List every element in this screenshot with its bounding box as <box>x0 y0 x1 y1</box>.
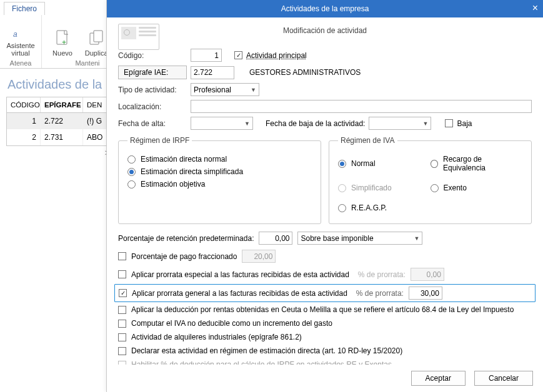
thumbnail-icon <box>118 24 159 50</box>
retencion-label: Porcentaje de retención predeterminada: <box>118 234 254 243</box>
epigrafe-iae-button[interactable]: Epígrafe IAE: <box>118 66 187 79</box>
svg-rect-4 <box>94 31 102 42</box>
dialog-subtitle: Modificación de actividad <box>118 26 532 35</box>
localizacion-label: Localización: <box>118 102 187 111</box>
ribbon-nuevo[interactable]: + Nuevo <box>47 29 78 57</box>
localizacion-input[interactable] <box>191 100 532 113</box>
prorrata-general-label: Aplicar prorrata general a las facturas … <box>132 289 347 298</box>
ceuta-melilla-checkbox[interactable] <box>118 306 126 314</box>
close-icon[interactable]: × <box>532 2 538 14</box>
iva-no-deducible-label: Computar el IVA no deducible como un inc… <box>131 319 332 328</box>
pago-fraccionado-checkbox[interactable] <box>118 252 126 260</box>
iva-recargo-radio[interactable] <box>431 160 438 168</box>
dialog-title: Actividades de la empresa <box>281 4 369 13</box>
codigo-input[interactable] <box>191 49 222 62</box>
svg-text:+: + <box>62 38 66 47</box>
ceuta-melilla-label: Aplicar la deducción por rentas obtenida… <box>131 305 514 314</box>
accept-button[interactable]: Aceptar <box>411 371 466 386</box>
dialog-titlebar: Actividades de la empresa × <box>107 0 543 17</box>
declarar-ed-label: Declarar esta actividad en régimen de es… <box>131 346 402 355</box>
actividad-principal-checkbox[interactable] <box>234 51 242 59</box>
fecha-baja-input[interactable]: ▼ <box>369 117 431 130</box>
irpf-objetiva-radio[interactable] <box>127 180 136 189</box>
svg-text:a: a <box>13 30 17 39</box>
baja-checkbox[interactable] <box>445 119 453 127</box>
retencion-base-select[interactable]: Sobre base imponible▼ <box>297 232 422 245</box>
irpf-ed-simplificada-radio[interactable] <box>127 168 136 176</box>
prorrata-pct-label: % de prorrata: <box>358 270 406 279</box>
duplicate-icon <box>88 29 107 48</box>
chevron-down-icon: ▼ <box>244 120 250 127</box>
prorrata-general-input[interactable] <box>409 287 442 300</box>
iva-reagp-radio[interactable] <box>338 204 346 212</box>
fecha-alta-input[interactable]: ▼ <box>191 117 253 130</box>
prorrata-especial-label: Aplicar prorrata especial a las facturas… <box>131 270 349 279</box>
iva-normal-radio[interactable] <box>338 160 346 168</box>
chevron-down-icon: ▼ <box>251 87 256 93</box>
regimen-iva-group: Régimen de IVA Normal Recargo de Equival… <box>329 136 532 224</box>
actividad-principal-label: Actividad principal <box>246 51 307 60</box>
irpf-ed-normal-radio[interactable] <box>127 155 136 164</box>
modify-activity-dialog: Actividades de la empresa × Modificación… <box>106 0 543 392</box>
ribbon-group-label: Atenea <box>10 59 32 67</box>
habilitar-deduccion-label: Habilitar % de deducción para el cálculo… <box>131 360 392 365</box>
epigrafe-input[interactable] <box>191 66 234 79</box>
prorrata-especial-checkbox[interactable] <box>118 270 126 278</box>
codigo-label: Código: <box>118 51 187 60</box>
prorrata-general-checkbox[interactable] <box>119 289 127 297</box>
fecha-baja-label: Fecha de baja de la actividad: <box>266 119 365 128</box>
ribbon-asistente-virtual[interactable]: a Asistente virtual <box>5 23 36 57</box>
activities-table: CÓDIGO EPÍGRAFE DEN 1 2.722 (!) G 2 2.73… <box>6 97 112 146</box>
epigrafe-description: GESTORES ADMINISTRATIVOS <box>249 68 361 77</box>
regimen-irpf-legend: Régimen de IRPF <box>127 136 192 145</box>
prorrata-pct-label: % de prorrata: <box>356 289 404 298</box>
col-header-codigo[interactable]: CÓDIGO <box>7 97 41 112</box>
chevron-down-icon: ▼ <box>414 235 420 242</box>
table-row[interactable]: 1 2.722 (!) G <box>7 113 112 129</box>
chevron-down-icon: ▼ <box>423 120 429 127</box>
regimen-iva-legend: Régimen de IVA <box>338 136 397 145</box>
regimen-irpf-group: Régimen de IRPF Estimación directa norma… <box>118 136 321 224</box>
declarar-ed-checkbox[interactable] <box>118 347 126 355</box>
baja-label: Baja <box>457 119 472 128</box>
iva-exento-radio[interactable] <box>431 184 439 192</box>
habilitar-deduccion-checkbox <box>118 361 126 365</box>
alquileres-checkbox[interactable] <box>118 333 126 341</box>
assistant-icon: a <box>12 23 29 41</box>
tipo-actividad-select[interactable]: Profesional▼ <box>191 83 259 96</box>
tab-fichero[interactable]: Fichero <box>4 2 45 15</box>
cancel-button[interactable]: Cancelar <box>474 371 533 386</box>
iva-no-deducible-checkbox[interactable] <box>118 320 126 328</box>
iva-simplificado-radio <box>338 184 346 192</box>
pago-fraccionado-label: Porcentaje de pago fraccionado <box>131 252 237 261</box>
col-header-epigrafe[interactable]: EPÍGRAFE <box>41 97 83 112</box>
ribbon-group-label: Manteni <box>75 59 99 67</box>
alquileres-label: Actividad de alquileres industriales (ep… <box>131 333 302 341</box>
retencion-input[interactable] <box>259 232 292 245</box>
table-header: CÓDIGO EPÍGRAFE DEN <box>7 97 112 113</box>
table-row[interactable]: 2 2.731 ABO <box>7 129 112 145</box>
fecha-alta-label: Fecha de alta: <box>118 119 187 128</box>
new-file-icon: + <box>54 29 71 48</box>
prorrata-especial-input <box>411 268 444 281</box>
pago-fraccionado-input <box>242 250 276 263</box>
tipo-actividad-label: Tipo de actividad: <box>118 86 187 94</box>
